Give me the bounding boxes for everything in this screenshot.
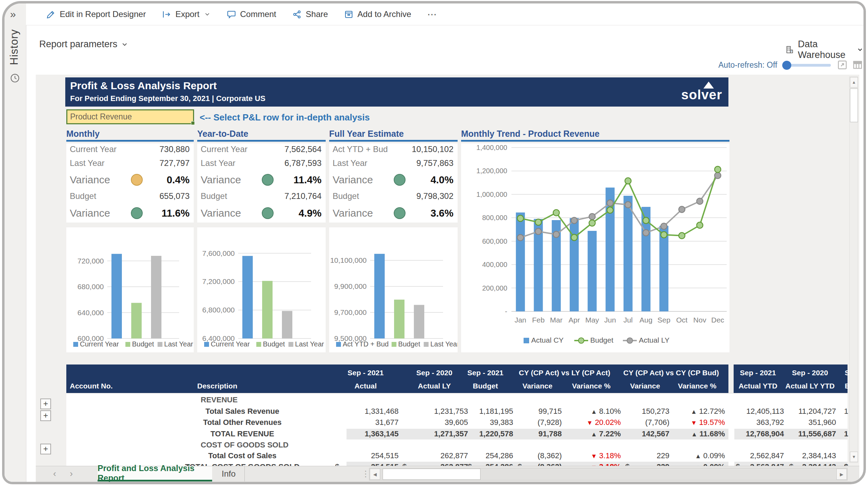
add-to-archive-button[interactable]: Add to Archive (344, 9, 411, 19)
svg-text:Current Year: Current Year (211, 340, 250, 348)
table-section-label: COST OF GOODS SOLD (201, 441, 347, 450)
horizontal-scrollbar[interactable]: ◀ ▶ (369, 468, 848, 480)
kpi-card: Current Year7,562,564Last Year6,787,593V… (197, 143, 326, 223)
building-icon (785, 44, 794, 55)
scroll-right-icon[interactable]: ▶ (836, 469, 847, 480)
report-title-bar: Profit & Loss Analysis Report For Period… (65, 77, 728, 107)
pencil-icon (46, 10, 56, 19)
table-cell[interactable]: 351,960 (767, 418, 836, 427)
kpi-label: Budget (201, 190, 227, 202)
svg-text:640,000: 640,000 (77, 309, 104, 317)
selected-cell-product-revenue[interactable]: Product Revenue (66, 109, 194, 124)
vertical-scrollbar[interactable]: ▲ ▼ (849, 76, 858, 463)
table-cell[interactable]: 11,556,687 (767, 429, 836, 438)
kpi-card: Current Year730,880Last Year727,797Varia… (66, 143, 194, 223)
slider-knob[interactable] (782, 61, 791, 70)
tab-info[interactable]: Info (213, 466, 245, 481)
expand-row-button[interactable]: + (40, 410, 51, 421)
vertical-scroll-thumb[interactable] (850, 89, 858, 122)
kpi-row: Variance11.6% (66, 205, 194, 221)
share-button[interactable]: Share (292, 9, 328, 19)
chevron-down-icon (121, 41, 128, 48)
tab-profit-and-loss-report[interactable]: Profit and Loss Analysis Report (98, 466, 212, 481)
table-cell[interactable]: 2,384,143 (767, 462, 836, 466)
svg-text:Budget: Budget (132, 340, 154, 348)
table-row-description[interactable]: Total Cost of Sales (171, 451, 314, 460)
table-cell[interactable]: 2,384,143 (767, 451, 836, 460)
svg-text:Last Year: Last Year (164, 340, 193, 348)
svg-text:Budget: Budget (398, 340, 420, 348)
scroll-left-icon[interactable]: ◀ (370, 469, 380, 480)
table-cell[interactable]: 1,363,145 (329, 429, 399, 438)
report-parameters-dropdown[interactable]: Report parameters (39, 39, 128, 50)
table-cell[interactable]: 1,331,468 (329, 407, 399, 416)
table-cell-clipped[interactable]: $ (844, 462, 851, 466)
table-cell[interactable]: 254,515 (329, 462, 399, 466)
kpi-value: 7,562,564 (284, 143, 322, 155)
panel-title-underline (461, 140, 729, 142)
sheet-tab-bar: ‹ › Profit and Loss Analysis Report Info… (36, 466, 859, 483)
kpi-value: 730,880 (159, 143, 190, 155)
scroll-up-icon[interactable]: ▲ (850, 77, 858, 87)
kpi-label: Last Year (201, 157, 235, 169)
toolbar-label: Add to Archive (358, 9, 411, 19)
table-section-label: REVENUE (201, 395, 347, 404)
table-row-description[interactable]: Total Sales Revenue (171, 407, 314, 416)
svg-text:Aug: Aug (640, 316, 652, 324)
up-arrow-icon: ▲ (691, 431, 698, 438)
toolbar-label: Share (306, 9, 328, 19)
data-warehouse-dropdown[interactable]: Data Warehouse (785, 39, 863, 60)
edit-in-report-designer-button[interactable]: Edit in Report Designer (46, 9, 146, 19)
table-row-description[interactable]: Total Other Revenues (171, 418, 314, 427)
scroll-down-icon[interactable]: ▼ (850, 452, 858, 462)
column-header: Actual LY YTD (754, 382, 859, 390)
more-actions-button[interactable]: ⋯ (427, 9, 437, 20)
tab-nav-right-icon[interactable]: › (70, 468, 73, 479)
table-cell[interactable]: 31,677 (329, 418, 399, 427)
sidebar-item-history[interactable]: History (8, 29, 20, 65)
tab-nav-left-icon[interactable]: ‹ (53, 468, 56, 479)
history-clock-icon[interactable] (10, 73, 20, 85)
kpi-value: 6,787,593 (284, 157, 322, 169)
svg-text:Budget: Budget (590, 336, 614, 344)
history-sidebar: » History (5, 3, 26, 482)
svg-text:Budget: Budget (263, 340, 285, 348)
solver-logo-text: solver (681, 87, 722, 102)
table-cell[interactable]: 254,515 (329, 451, 399, 460)
kpi-value: 4.0% (431, 172, 453, 188)
green-status-indicator (262, 174, 274, 186)
table-cell[interactable]: 11,204,727 (767, 407, 836, 416)
up-arrow-icon: ▲ (691, 408, 697, 415)
svg-text:6,800,000: 6,800,000 (202, 306, 235, 314)
expand-row-button[interactable]: + (40, 399, 51, 409)
horizontal-scroll-thumb[interactable] (383, 469, 481, 480)
auto-refresh-slider[interactable] (782, 64, 831, 67)
svg-text:400,000: 400,000 (482, 261, 507, 268)
column-header: Account No. (70, 382, 146, 390)
report-parameters-label: Report parameters (39, 39, 117, 50)
kpi-label: Variance (333, 205, 373, 221)
kpi-value: 655,073 (159, 190, 190, 202)
svg-text:Apr: Apr (568, 316, 580, 324)
comment-button[interactable]: Comment (227, 9, 276, 19)
up-arrow-icon: ▲ (591, 431, 597, 438)
svg-text:7,600,000: 7,600,000 (202, 249, 235, 257)
kpi-label: Last Year (333, 157, 367, 169)
kpi-card: Act YTD + Bud10,150,102Last Year9,757,86… (329, 143, 458, 223)
kpi-label: Variance (333, 172, 373, 188)
svg-text:Act YTD + Bud: Act YTD + Bud (343, 340, 389, 348)
expand-row-button[interactable]: + (40, 444, 51, 454)
toolbar-label: Edit in Report Designer (60, 9, 146, 19)
panel-title-underline (66, 140, 194, 142)
expand-sidebar-icon[interactable]: » (10, 8, 16, 20)
mini-chart-card: 7,600,0007,200,0006,800,0006,400,000Curr… (197, 227, 326, 352)
archive-icon (344, 10, 353, 19)
grid-view-icon[interactable] (852, 60, 863, 70)
scrollbar-grip-icon[interactable]: ⋮ (361, 469, 370, 479)
amber-status-indicator (131, 174, 143, 186)
table-row-description[interactable]: TOTAL REVENUE (171, 429, 314, 438)
export-button[interactable]: Export (162, 9, 210, 19)
column-header: Sep - 2020 (754, 369, 859, 377)
down-arrow-icon: ▼ (591, 453, 597, 460)
open-in-window-icon[interactable] (837, 60, 848, 70)
